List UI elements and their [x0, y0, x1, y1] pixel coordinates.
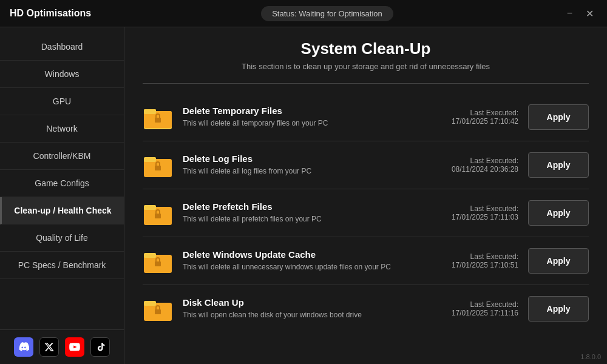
status-badge: Status: Waiting for Optimisation	[261, 6, 393, 21]
svg-rect-4	[155, 118, 161, 123]
page-subtitle: This section is to clean up your storage…	[143, 62, 589, 71]
main-layout: Dashboard Windows GPU Network Controller…	[0, 27, 607, 364]
opt-title-delete-prefetch-files: Delete Prefetch Files	[183, 201, 412, 212]
folder-icon-delete-windows-update-cache	[143, 246, 173, 276]
opt-info-delete-log-files: Delete Log Files This will delete all lo…	[183, 153, 412, 177]
opt-row-delete-log-files: Delete Log Files This will delete all lo…	[143, 141, 589, 189]
opt-info-disk-clean-up: Disk Clean Up This will open clean the d…	[183, 297, 412, 320]
opt-info-delete-temp-files: Delete Temporary Files This will delete …	[183, 106, 412, 129]
opt-row-delete-windows-update-cache: Delete Windows Update Cache This will de…	[143, 237, 589, 285]
opt-last-exec-delete-prefetch-files: Last Executed: 17/01/2025 17:11:03	[421, 204, 518, 221]
main-panel: System Clean-Up This section is to clean…	[124, 27, 607, 364]
opt-info-delete-prefetch-files: Delete Prefetch Files This will delete a…	[183, 201, 412, 224]
sidebar-item-dashboard[interactable]: Dashboard	[0, 33, 124, 61]
svg-rect-16	[155, 309, 161, 314]
x-twitter-icon[interactable]	[39, 337, 59, 357]
opt-title-delete-windows-update-cache: Delete Windows Update Cache	[183, 249, 412, 260]
main-content: System Clean-Up This section is to clean…	[124, 27, 607, 364]
version-label: 1.8.0.0	[580, 353, 601, 360]
opt-last-exec-delete-temp-files: Last Executed: 17/01/2025 17:10:42	[421, 109, 518, 126]
opt-last-exec-delete-log-files: Last Executed: 08/11/2024 20:36:28	[421, 157, 518, 174]
sidebar-item-network[interactable]: Network	[0, 115, 124, 143]
opt-last-exec-delete-windows-update-cache: Last Executed: 17/01/2025 17:10:51	[421, 252, 518, 269]
folder-icon-delete-prefetch-files	[143, 198, 173, 228]
svg-rect-7	[155, 166, 161, 170]
sidebar-item-cleanup-health[interactable]: Clean-up / Health Check	[0, 197, 124, 224]
youtube-icon[interactable]	[65, 337, 84, 357]
opt-row-delete-prefetch-files: Delete Prefetch Files This will delete a…	[143, 189, 589, 237]
folder-icon-delete-temp-files	[143, 102, 173, 132]
opt-title-delete-log-files: Delete Log Files	[183, 153, 412, 164]
tiktok-icon[interactable]	[90, 337, 110, 357]
sidebar-item-gpu[interactable]: GPU	[0, 88, 124, 115]
sidebar-item-controller-kbm[interactable]: Controller/KBM	[0, 143, 124, 170]
apply-button-delete-windows-update-cache[interactable]: Apply	[528, 248, 589, 274]
opt-info-delete-windows-update-cache: Delete Windows Update Cache This will de…	[183, 249, 412, 272]
svg-rect-3	[144, 109, 156, 114]
opt-desc-delete-windows-update-cache: This will delete all unnecessary windows…	[183, 262, 412, 272]
folder-icon-disk-clean-up	[143, 294, 173, 324]
opt-title-delete-temp-files: Delete Temporary Files	[183, 106, 412, 116]
sidebar-item-quality-of-life[interactable]: Quality of Life	[0, 224, 124, 252]
sidebar-item-pc-specs[interactable]: PC Specs / Benchmark	[0, 252, 124, 279]
apply-button-disk-clean-up[interactable]: Apply	[528, 296, 589, 322]
svg-rect-6	[144, 157, 156, 162]
close-button[interactable]: ✕	[582, 7, 597, 21]
section-divider	[143, 83, 589, 84]
svg-rect-15	[144, 301, 156, 306]
opt-row-disk-clean-up: Disk Clean Up This will open clean the d…	[143, 285, 589, 332]
title-bar: HD Optimisations Status: Waiting for Opt…	[0, 0, 607, 27]
app-title: HD Optimisations	[10, 8, 91, 19]
window-controls: − ✕	[563, 7, 597, 21]
svg-rect-9	[144, 205, 156, 210]
apply-button-delete-log-files[interactable]: Apply	[528, 152, 589, 178]
svg-rect-13	[155, 261, 161, 266]
sidebar-item-windows[interactable]: Windows	[0, 61, 124, 88]
sidebar-item-game-configs[interactable]: Game Configs	[0, 170, 124, 197]
opt-row-delete-temp-files: Delete Temporary Files This will delete …	[143, 93, 589, 141]
folder-icon-delete-log-files	[143, 150, 173, 180]
opt-desc-delete-prefetch-files: This will delete all prefetch files on y…	[183, 214, 412, 224]
discord-icon[interactable]	[14, 337, 33, 357]
minimize-button[interactable]: −	[563, 7, 576, 21]
apply-button-delete-temp-files[interactable]: Apply	[528, 104, 589, 130]
sidebar: Dashboard Windows GPU Network Controller…	[0, 27, 124, 364]
opt-last-exec-disk-clean-up: Last Executed: 17/01/2025 17:11:16	[421, 300, 518, 317]
svg-rect-10	[155, 214, 161, 218]
opt-desc-delete-log-files: This will delete all log files from your…	[183, 166, 412, 177]
apply-button-delete-prefetch-files[interactable]: Apply	[528, 200, 589, 226]
opt-title-disk-clean-up: Disk Clean Up	[183, 297, 412, 308]
social-links	[0, 329, 124, 364]
svg-rect-12	[144, 253, 156, 258]
opt-desc-delete-temp-files: This will delete all temporary files on …	[183, 118, 412, 129]
opt-desc-disk-clean-up: This will open clean the disk of your wi…	[183, 310, 412, 320]
page-title: System Clean-Up	[143, 39, 589, 58]
